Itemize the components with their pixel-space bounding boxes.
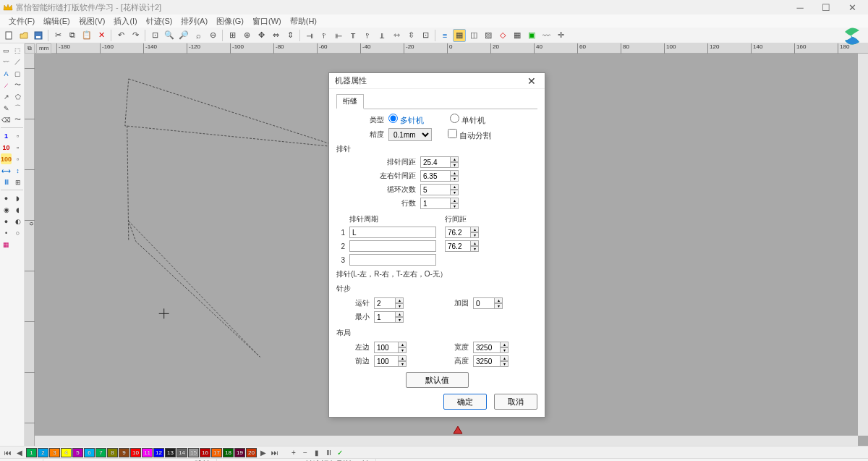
color-swatch-19[interactable]: 19 bbox=[234, 448, 245, 457]
pointer-tool[interactable]: ▭ bbox=[1, 45, 12, 56]
color-swatch-2[interactable]: 2 bbox=[38, 448, 48, 457]
vertical-scrollbar[interactable] bbox=[858, 54, 868, 436]
color-swatch-10[interactable]: 10 bbox=[130, 448, 141, 457]
color-swatch-4[interactable]: 4 bbox=[61, 448, 72, 457]
period-1-input[interactable] bbox=[349, 227, 436, 238]
same-size-icon[interactable]: ⊡ bbox=[419, 29, 432, 42]
layer-10-tool[interactable]: 10 bbox=[1, 142, 12, 153]
circle-tool[interactable]: ● bbox=[1, 193, 12, 203]
fill-tool[interactable]: ● bbox=[1, 216, 12, 227]
color-swatch-11[interactable]: 11 bbox=[142, 448, 153, 457]
outline-icon[interactable]: ◇ bbox=[496, 29, 509, 42]
ruler-horizontal[interactable]: -180-160-140-120-100-80-60-40-2002040608… bbox=[35, 43, 868, 54]
render-icon[interactable]: ▦ bbox=[453, 29, 466, 42]
horizontal-scrollbar[interactable] bbox=[35, 436, 858, 446]
swatch-first-icon[interactable]: ⏮ bbox=[3, 447, 13, 457]
auto-split-checkbox[interactable]: 自动分割 bbox=[448, 129, 491, 141]
layer-100-tool[interactable]: 100 bbox=[1, 153, 12, 164]
lr-gap-input[interactable]: ▴▾ bbox=[420, 170, 459, 182]
period-2-input[interactable] bbox=[349, 240, 436, 252]
menu-help[interactable]: 帮助(H) bbox=[286, 16, 321, 27]
select-tool[interactable]: ⬚ bbox=[12, 45, 23, 56]
swatch-remove-icon[interactable]: − bbox=[300, 447, 310, 457]
ellipse-tool[interactable]: ◗ bbox=[12, 193, 23, 203]
same-height-icon[interactable]: ⇳ bbox=[404, 29, 417, 42]
menu-file[interactable]: 文件(F) bbox=[4, 16, 39, 27]
zoom-100-icon[interactable]: ⌕ bbox=[192, 29, 205, 42]
tab-quilting[interactable]: 绗缝 bbox=[336, 94, 364, 109]
rect-tool[interactable]: ▢ bbox=[12, 68, 23, 79]
color-swatch-16[interactable]: 16 bbox=[200, 448, 210, 457]
grid-tool[interactable]: ▦ bbox=[1, 239, 12, 250]
color-swatch-5[interactable]: 5 bbox=[72, 448, 83, 457]
swatch-next-icon[interactable]: ▶ bbox=[258, 447, 268, 457]
zoom-out-icon[interactable]: 🔎 bbox=[177, 29, 190, 42]
half-tool[interactable]: ◖ bbox=[12, 204, 23, 215]
bezier-tool[interactable]: 〜 bbox=[12, 80, 23, 90]
menu-insert[interactable]: 插入(I) bbox=[109, 16, 141, 27]
shade-tool[interactable]: ◐ bbox=[12, 216, 23, 227]
dialog-close-button[interactable]: ✕ bbox=[524, 74, 539, 88]
hatch-icon[interactable]: ▨ bbox=[482, 29, 495, 42]
freehand-tool[interactable]: ✎ bbox=[1, 103, 12, 114]
crosshair-icon[interactable]: ✛ bbox=[554, 29, 567, 42]
color-swatch-7[interactable]: 7 bbox=[95, 448, 106, 457]
run-input[interactable]: ▴▾ bbox=[374, 297, 404, 309]
menu-stitch[interactable]: 针迹(S) bbox=[142, 16, 177, 27]
delete-icon[interactable]: ✕ bbox=[95, 29, 108, 42]
dot-tool[interactable]: • bbox=[1, 227, 12, 238]
preview-icon[interactable]: ▣ bbox=[525, 29, 538, 42]
ring-tool[interactable]: ◉ bbox=[1, 204, 12, 215]
color-swatch-20[interactable]: 20 bbox=[246, 448, 257, 457]
align-top-icon[interactable]: ⫪ bbox=[346, 29, 359, 42]
reinforce-input[interactable]: ▴▾ bbox=[473, 297, 503, 309]
cut-icon[interactable]: ✂ bbox=[51, 29, 64, 42]
maximize-button[interactable]: ☐ bbox=[813, 0, 839, 14]
distribute-v-icon[interactable]: ⇕ bbox=[284, 29, 297, 42]
rowgap-2-input[interactable]: ▴▾ bbox=[445, 240, 479, 252]
color-swatch-9[interactable]: 9 bbox=[119, 448, 129, 457]
zoom-in-icon[interactable]: 🔍 bbox=[163, 29, 176, 42]
arrow-tool[interactable]: ↗ bbox=[1, 91, 12, 102]
menu-edit[interactable]: 编辑(E) bbox=[39, 16, 75, 27]
simulate-icon[interactable]: 〰 bbox=[540, 29, 553, 42]
copy-icon[interactable]: ⧉ bbox=[66, 29, 79, 42]
color-swatch-12[interactable]: 12 bbox=[153, 448, 164, 457]
menu-window[interactable]: 窗口(W) bbox=[248, 16, 286, 27]
precision-select[interactable]: 0.1mm bbox=[388, 128, 432, 141]
dialog-titlebar[interactable]: 机器属性 ✕ bbox=[329, 73, 545, 89]
color-swatch-3[interactable]: 3 bbox=[49, 448, 60, 457]
layer-1-tool[interactable]: 1 bbox=[1, 130, 12, 141]
layer-b-tool[interactable]: ▫ bbox=[12, 142, 23, 153]
smooth-tool[interactable]: 〜 bbox=[12, 114, 23, 125]
stitch-view-icon[interactable]: ≡ bbox=[438, 29, 451, 42]
zigzag-tool[interactable]: 〰 bbox=[1, 56, 12, 67]
disc-tool[interactable]: ○ bbox=[12, 227, 23, 238]
align-grid-icon[interactable]: ⊞ bbox=[226, 29, 239, 42]
snap-tool[interactable]: ⊞ bbox=[12, 177, 23, 187]
align-hcenter-icon[interactable]: ⫯ bbox=[318, 29, 331, 42]
front-input[interactable]: ▴▾ bbox=[374, 355, 407, 367]
wireframe-icon[interactable]: ◫ bbox=[467, 29, 480, 42]
color-swatch-6[interactable]: 6 bbox=[84, 448, 95, 457]
rowgap-1-input[interactable]: ▴▾ bbox=[445, 227, 479, 238]
needle-gap-input[interactable]: ▴▾ bbox=[420, 156, 459, 168]
measure-v-tool[interactable]: ↕ bbox=[12, 165, 23, 176]
swatch-check-icon[interactable]: ✓ bbox=[335, 447, 345, 457]
color-swatch-14[interactable]: 14 bbox=[176, 448, 187, 457]
swatch-prev-icon[interactable]: ◀ bbox=[14, 447, 25, 457]
default-button[interactable]: 默认值 bbox=[406, 372, 469, 388]
paste-icon[interactable]: 📋 bbox=[80, 29, 93, 42]
grid-icon[interactable]: ▦ bbox=[511, 29, 524, 42]
swatch-fill-icon[interactable]: ▮ bbox=[312, 447, 322, 457]
text-tool[interactable]: A bbox=[1, 68, 12, 79]
ruler-tool[interactable]: Ⅲ bbox=[1, 177, 12, 187]
redo-icon[interactable]: ↷ bbox=[129, 29, 142, 42]
minimize-button[interactable]: ─ bbox=[787, 0, 813, 14]
period-3-input[interactable] bbox=[349, 254, 436, 266]
color-swatch-1[interactable]: 1 bbox=[26, 448, 37, 457]
swatch-add-icon[interactable]: + bbox=[289, 447, 299, 457]
width-input[interactable]: ▴▾ bbox=[473, 342, 509, 353]
layer-a-tool[interactable]: ▫ bbox=[12, 130, 23, 141]
align-left-icon[interactable]: ⫣ bbox=[303, 29, 316, 42]
